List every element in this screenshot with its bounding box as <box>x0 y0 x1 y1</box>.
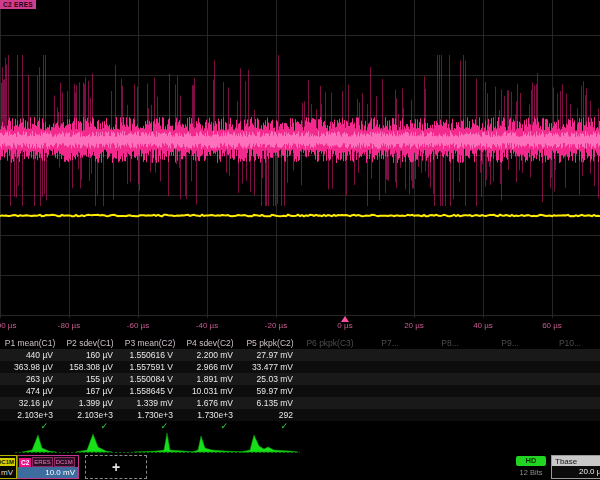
param-value-cell: 59.97 mV <box>240 385 300 397</box>
param-value-cell: 2.103e+3 <box>0 409 60 421</box>
param-value-cell: 2.200 mV <box>180 349 240 361</box>
histicon <box>134 433 196 452</box>
table-row: 32.16 µV1.399 µV1.339 mV1.676 mV6.135 mV <box>0 397 600 409</box>
timebase-value: 20.0 µs <box>552 466 600 477</box>
param-value-cell: 1.399 µV <box>60 397 120 409</box>
param-value-cell: 1.550084 V <box>120 373 180 385</box>
table-row: 2.103e+32.103e+31.730e+31.730e+3292 <box>0 409 600 421</box>
param-value-cell <box>540 397 600 409</box>
param-value-cell <box>360 385 420 397</box>
timebase-descriptor[interactable]: Tbase 20.0 µs <box>551 455 600 479</box>
histicon <box>22 435 56 452</box>
param-value-cell: 2.966 mV <box>180 361 240 373</box>
param-header[interactable]: P1 mean(C1) <box>0 337 60 349</box>
param-value-cell <box>360 361 420 373</box>
histicon <box>192 436 248 452</box>
param-value-cell: 2.103e+3 <box>60 409 120 421</box>
param-header[interactable]: P4 sdev(C2) <box>180 337 240 349</box>
time-axis: -100 µs-80 µs-60 µs-40 µs-20 µs0 µs20 µs… <box>0 318 600 335</box>
param-header[interactable]: P8... <box>420 337 480 349</box>
param-value-cell <box>300 385 360 397</box>
param-value-cell: 440 µV <box>0 349 60 361</box>
param-value-cell: 32.16 µV <box>0 397 60 409</box>
param-value-cell: 1.557591 V <box>120 361 180 373</box>
param-value-cell <box>420 409 480 421</box>
param-value-cell: 1.550616 V <box>120 349 180 361</box>
param-value-cell <box>420 349 480 361</box>
param-value-cell: 263 µV <box>0 373 60 385</box>
param-value-cell <box>540 361 600 373</box>
time-axis-label: 40 µs <box>473 321 493 330</box>
param-value-cell: 474 µV <box>0 385 60 397</box>
trace-annotation-badge: C2 ERES <box>0 0 36 9</box>
hd-mode-badge[interactable]: HD <box>516 456 546 466</box>
param-value-cell <box>480 373 540 385</box>
param-value-cell: 1.730e+3 <box>120 409 180 421</box>
table-row: 363.98 µV158.308 µV1.557591 V2.966 mV33.… <box>0 361 600 373</box>
table-row: 474 µV167 µV1.558645 V10.031 mV59.97 mV <box>0 385 600 397</box>
param-value-cell: 160 µV <box>60 349 120 361</box>
param-value-cell: 25.03 mV <box>240 373 300 385</box>
param-value-cell: 1.891 mV <box>180 373 240 385</box>
param-value-cell: 33.477 mV <box>240 361 300 373</box>
param-header[interactable]: P3 mean(C2) <box>120 337 180 349</box>
param-value-cell <box>480 349 540 361</box>
timebase-label: Tbase <box>552 456 600 466</box>
histicon <box>76 434 112 452</box>
param-value-cell <box>540 409 600 421</box>
time-axis-label: -20 µs <box>265 321 287 330</box>
param-value-cell <box>480 361 540 373</box>
param-value-cell <box>300 397 360 409</box>
param-value-cell <box>360 409 420 421</box>
param-value-cell <box>540 373 600 385</box>
param-value-cell: 167 µV <box>60 385 120 397</box>
param-value-cell <box>360 397 420 409</box>
param-value-cell: 158.308 µV <box>60 361 120 373</box>
param-header[interactable]: P9... <box>480 337 540 349</box>
param-value-cell <box>360 349 420 361</box>
c2-label-badge: C2 <box>19 458 31 467</box>
table-row: 263 µV155 µV1.550084 V1.891 mV25.03 mV <box>0 373 600 385</box>
param-value-cell <box>300 361 360 373</box>
param-header[interactable]: P5 pkpk(C2) <box>240 337 300 349</box>
add-trace-button[interactable]: + <box>85 455 147 479</box>
param-header[interactable]: P2 sdev(C1) <box>60 337 120 349</box>
param-value-cell: 363.98 µV <box>0 361 60 373</box>
waveform-display <box>0 0 600 318</box>
param-value-cell <box>300 373 360 385</box>
param-value-cell <box>420 385 480 397</box>
param-value-cell: 292 <box>240 409 300 421</box>
param-value-cell: 1.730e+3 <box>180 409 240 421</box>
plus-icon: + <box>112 459 120 475</box>
param-value-cell <box>360 373 420 385</box>
oscilloscope-screen: C2 ERES -100 µs-80 µs-60 µs-40 µs-20 µs0… <box>0 0 600 480</box>
time-axis-label: 20 µs <box>404 321 424 330</box>
param-value-cell: 1.676 mV <box>180 397 240 409</box>
c1-coupling-badge: DC1M <box>0 458 15 466</box>
adc-bits-label: 12 Bits <box>511 468 551 477</box>
c2-eres-badge: ERES <box>32 457 52 467</box>
param-value-cell <box>300 349 360 361</box>
param-value-cell: 1.339 mV <box>120 397 180 409</box>
param-value-cell <box>540 385 600 397</box>
histicon <box>240 435 298 452</box>
time-axis-label: 60 µs <box>542 321 562 330</box>
param-value-cell <box>540 349 600 361</box>
param-value-cell <box>480 397 540 409</box>
param-header[interactable]: P6 pkpk(C3) <box>300 337 360 349</box>
param-value-cell <box>420 373 480 385</box>
channel-descriptor-c1[interactable]: DC1M 0 mV <box>0 455 17 479</box>
param-value-cell: 155 µV <box>60 373 120 385</box>
param-value-cell <box>480 385 540 397</box>
param-value-cell <box>480 409 540 421</box>
channel-descriptor-c2[interactable]: C2 ERES DC1M 10.0 mV <box>17 455 79 479</box>
time-axis-label: 0 µs <box>337 321 352 330</box>
param-value-cell: 10.031 mV <box>180 385 240 397</box>
c2-vdiv-value: 10.0 mV <box>18 467 78 478</box>
param-header[interactable]: P10... <box>540 337 600 349</box>
param-value-cell: 6.135 mV <box>240 397 300 409</box>
param-value-cell: 27.97 mV <box>240 349 300 361</box>
table-row: P1 mean(C1)P2 sdev(C1)P3 mean(C2)P4 sdev… <box>0 337 600 349</box>
param-header[interactable]: P7... <box>360 337 420 349</box>
param-value-cell: 1.558645 V <box>120 385 180 397</box>
